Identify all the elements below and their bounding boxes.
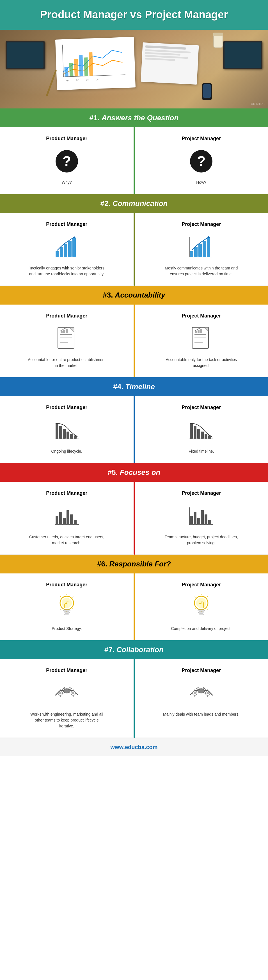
- comparison-row-focuses-on: Product Manager Customer needs, decides …: [0, 482, 268, 555]
- svg-point-119: [206, 692, 209, 694]
- left-icon-container-timeline: [53, 416, 81, 444]
- comparison-row-timeline: Product Manager Ongoing lifecycle. Proje…: [0, 396, 268, 463]
- comparison-row-communication: Product Manager Tactically engages with …: [0, 213, 268, 286]
- document-icon: [56, 326, 78, 351]
- section-collaboration: #7. Collaboration Product Manager Works …: [0, 640, 268, 738]
- svg-line-85: [72, 609, 73, 609]
- section-title-communication: #2. Communication: [6, 199, 262, 208]
- svg-rect-100: [198, 612, 204, 613]
- right-title-answers-question: Project Manager: [182, 136, 221, 142]
- left-col-focuses-on: Product Manager Customer needs, decides …: [0, 482, 135, 555]
- svg-rect-63: [67, 510, 69, 524]
- svg-rect-44: [200, 329, 202, 333]
- svg-line-97: [195, 609, 196, 609]
- right-title-focuses-on: Project Manager: [182, 490, 221, 496]
- left-col-collaboration: Product Manager Works with engineering, …: [0, 659, 135, 738]
- section-timeline: #4. Timeline Product Manager Ongoing lif…: [0, 377, 268, 463]
- section-title-timeline: #4. Timeline: [6, 382, 262, 391]
- svg-rect-4: [84, 57, 89, 76]
- section-accountability: #3. Accountability Product Manager Accou…: [0, 286, 268, 377]
- comparison-row-answers-question: Product Manager ? Why? Project Manager ?…: [0, 127, 268, 194]
- left-title-focuses-on: Product Manager: [46, 490, 87, 496]
- section-title-collaboration: #7. Collaboration: [6, 645, 262, 654]
- handshake-icon: [189, 682, 214, 703]
- left-icon-container-responsible-for: [53, 593, 81, 622]
- right-description-timeline: Fixed timeline.: [189, 449, 214, 454]
- right-icon-container-responsible-for: [187, 593, 215, 622]
- section-header-focuses-on: #5. Focuses on: [0, 463, 268, 482]
- svg-line-95: [195, 597, 196, 597]
- right-icon-container-accountability: [187, 325, 215, 353]
- svg-rect-14: [64, 243, 67, 257]
- right-description-accountability: Accountable only for the task or activit…: [162, 357, 241, 369]
- right-col-accountability: Project Manager Accountable only for the…: [135, 305, 268, 377]
- section-header-communication: #2. Communication: [0, 194, 268, 213]
- left-description-focuses-on: Customer needs, decides target end users…: [27, 534, 106, 546]
- left-col-communication: Product Manager Tactically engages with …: [0, 213, 135, 286]
- right-title-communication: Project Manager: [182, 221, 221, 227]
- svg-rect-50: [70, 434, 73, 439]
- svg-rect-49: [67, 431, 69, 439]
- laptop-left-icon: [6, 41, 45, 69]
- svg-marker-17: [73, 236, 76, 238]
- svg-rect-1: [69, 63, 73, 76]
- footer-url: www.educba.com: [110, 744, 157, 750]
- svg-rect-69: [193, 512, 197, 524]
- timeline-icon: [189, 420, 214, 440]
- right-col-timeline: Project Manager Fixed timeline.: [135, 396, 268, 463]
- pen-icon: [46, 70, 57, 97]
- left-description-accountability: Accountable for entire product establish…: [27, 357, 106, 369]
- svg-rect-12: [56, 251, 59, 257]
- svg-marker-25: [208, 236, 210, 238]
- section-title-answers-question: #1. Answers the Question: [6, 113, 262, 122]
- left-title-answers-question: Product Manager: [46, 136, 87, 142]
- right-description-collaboration: Mainly deals with team leads and members…: [163, 711, 239, 717]
- svg-rect-70: [197, 518, 200, 524]
- svg-rect-24: [207, 238, 210, 257]
- svg-rect-13: [60, 247, 63, 257]
- left-icon-container-communication: [53, 233, 81, 261]
- right-description-communication: Mostly communicates within the team and …: [162, 265, 241, 277]
- section-header-timeline: #4. Timeline: [0, 377, 268, 396]
- left-description-answers-question: Why?: [62, 180, 72, 185]
- svg-rect-88: [65, 614, 69, 615]
- phone-icon: [202, 83, 212, 100]
- paper-document: [141, 42, 199, 84]
- svg-text:Q3: Q3: [86, 79, 89, 81]
- svg-line-96: [207, 597, 208, 597]
- svg-rect-3: [79, 55, 83, 76]
- right-description-focuses-on: Team structure, budget, project deadline…: [162, 534, 241, 546]
- coffee-cup: [213, 35, 223, 48]
- svg-rect-2: [74, 59, 78, 76]
- right-icon-container-collaboration: [187, 679, 215, 707]
- svg-rect-56: [201, 431, 204, 439]
- section-header-responsible-for: #6. Responsible For?: [0, 555, 268, 573]
- svg-rect-16: [72, 238, 76, 257]
- left-description-timeline: Ongoing lifecycle.: [51, 449, 82, 454]
- svg-rect-42: [195, 331, 197, 333]
- left-icon-container-collaboration: [53, 679, 81, 707]
- lightbulb-icon: [56, 594, 78, 620]
- left-col-accountability: Product Manager Accountable for entire p…: [0, 305, 135, 377]
- section-responsible-for: #6. Responsible For? Product Manager Pro…: [0, 555, 268, 640]
- svg-rect-57: [205, 434, 208, 439]
- svg-rect-48: [63, 429, 66, 439]
- svg-line-84: [60, 609, 61, 609]
- left-col-responsible-for: Product Manager Product Strategy.: [0, 573, 135, 640]
- paper-chart: Q1 Q2 Q3 Q4: [55, 37, 136, 90]
- focus-chart-icon: [54, 506, 79, 526]
- page-header: Product Manager vs Project Manager: [0, 0, 268, 30]
- right-description-responsible-for: Completion and delivery of project.: [171, 626, 232, 632]
- svg-line-98: [207, 609, 208, 609]
- section-answers-question: #1. Answers the Question Product Manager…: [0, 108, 268, 194]
- left-icon-container-answers-question: ?: [53, 147, 81, 175]
- left-col-timeline: Product Manager Ongoing lifecycle.: [0, 396, 135, 463]
- svg-rect-21: [194, 247, 198, 257]
- left-title-timeline: Product Manager: [46, 404, 87, 410]
- svg-rect-54: [193, 426, 197, 439]
- section-communication: #2. Communication Product Manager Tactic…: [0, 194, 268, 286]
- right-icon-container-answers-question: ?: [187, 147, 215, 175]
- comparison-row-responsible-for: Product Manager Product Strategy. Projec…: [0, 573, 268, 640]
- left-title-accountability: Product Manager: [46, 313, 87, 319]
- svg-rect-99: [198, 610, 205, 611]
